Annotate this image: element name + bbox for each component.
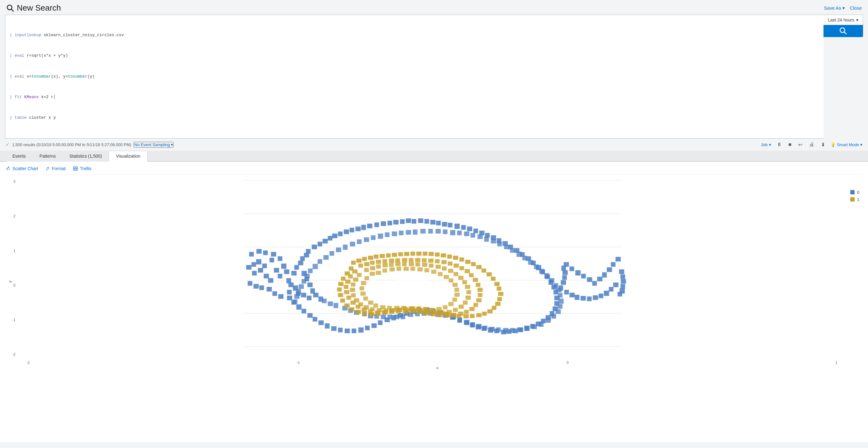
- chevron-down-icon: ▾: [856, 18, 858, 23]
- svg-rect-355: [476, 298, 482, 302]
- svg-rect-281: [410, 251, 415, 256]
- svg-rect-225: [350, 241, 355, 246]
- svg-rect-254: [587, 296, 592, 301]
- svg-rect-175: [464, 320, 469, 324]
- pause-button[interactable]: ⏸: [776, 141, 783, 148]
- svg-rect-342: [422, 258, 427, 262]
- svg-rect-29: [274, 268, 279, 273]
- stop-button[interactable]: ■: [787, 141, 793, 148]
- tab-events[interactable]: Events: [6, 151, 33, 162]
- save-as-button[interactable]: Save As ▾: [824, 5, 845, 11]
- svg-rect-450: [387, 306, 392, 310]
- svg-rect-61: [313, 293, 318, 297]
- svg-rect-391: [422, 263, 428, 267]
- svg-rect-218: [399, 231, 403, 235]
- svg-rect-350: [469, 273, 473, 277]
- svg-rect-207: [477, 234, 483, 239]
- svg-rect-246: [602, 272, 607, 277]
- close-button[interactable]: Close: [850, 5, 862, 10]
- trellis-button[interactable]: Trellis: [73, 166, 92, 171]
- svg-rect-403: [458, 304, 464, 308]
- svg-rect-332: [358, 264, 363, 268]
- svg-rect-299: [497, 297, 502, 301]
- svg-rect-349: [465, 269, 470, 273]
- search-button[interactable]: [824, 25, 863, 37]
- svg-rect-195: [549, 278, 554, 282]
- search-magnifier-icon: [839, 27, 847, 35]
- svg-rect-156: [334, 303, 338, 308]
- svg-rect-395: [448, 269, 453, 273]
- print-button[interactable]: 🖨: [808, 141, 815, 148]
- svg-rect-333: [364, 262, 369, 266]
- chart-area: y 3 2 1 0 -1 -2: [6, 175, 862, 373]
- svg-rect-200: [522, 256, 527, 260]
- svg-rect-230: [317, 259, 322, 264]
- svg-rect-426: [382, 268, 387, 272]
- svg-rect-69: [344, 229, 349, 234]
- svg-rect-301: [492, 306, 496, 310]
- svg-rect-376: [346, 295, 351, 299]
- svg-rect-399: [465, 285, 470, 289]
- svg-rect-63: [312, 244, 317, 249]
- svg-rect-174: [457, 318, 462, 322]
- export-button[interactable]: ⬇: [820, 141, 826, 148]
- svg-rect-154: [322, 298, 327, 303]
- svg-rect-196: [544, 273, 549, 278]
- svg-rect-11: [76, 167, 78, 168]
- svg-rect-238: [293, 299, 297, 304]
- page-title: New Search: [6, 3, 61, 13]
- svg-rect-21: [251, 262, 256, 267]
- no-event-sampling-button[interactable]: No Event Sampling ▾: [133, 142, 174, 148]
- svg-rect-269: [562, 270, 567, 275]
- svg-rect-445: [422, 308, 428, 312]
- svg-rect-300: [495, 302, 500, 306]
- svg-rect-430: [410, 267, 415, 271]
- svg-rect-13: [76, 169, 78, 171]
- svg-rect-71: [355, 227, 361, 231]
- search-input[interactable]: | inputlookup sklearn_cluster_noisy_circ…: [5, 14, 824, 139]
- svg-rect-227: [336, 247, 341, 252]
- svg-rect-187: [546, 318, 551, 323]
- svg-rect-65: [322, 239, 328, 243]
- svg-rect-245: [597, 277, 602, 281]
- svg-rect-241: [575, 270, 581, 275]
- svg-rect-440: [453, 298, 457, 302]
- scatter-chart-button[interactable]: Scatter Chart: [6, 166, 38, 171]
- job-button[interactable]: Job ▾: [761, 142, 771, 147]
- svg-rect-339: [402, 258, 407, 262]
- format-button[interactable]: Format: [45, 166, 65, 171]
- svg-rect-153: [287, 295, 292, 300]
- tab-patterns[interactable]: Patterns: [33, 151, 63, 162]
- svg-rect-75: [381, 221, 386, 226]
- svg-rect-164: [387, 315, 392, 319]
- tab-statistics[interactable]: Statistics (1,500): [63, 151, 108, 162]
- time-range-picker[interactable]: Last 24 hours ▾: [824, 14, 863, 25]
- svg-rect-20: [246, 265, 252, 269]
- smart-mode-button[interactable]: 💡 Smart Mode ▾: [831, 142, 862, 147]
- svg-point-0: [7, 5, 12, 10]
- svg-rect-360: [452, 313, 456, 317]
- svg-rect-429: [403, 267, 409, 271]
- svg-rect-141: [358, 327, 364, 332]
- chart-legend: 0 1: [847, 178, 862, 359]
- svg-rect-447: [408, 306, 414, 310]
- svg-rect-87: [454, 223, 460, 229]
- svg-rect-306: [463, 314, 469, 318]
- svg-rect-44: [272, 291, 277, 296]
- svg-rect-219: [392, 232, 397, 236]
- svg-rect-231: [313, 264, 318, 269]
- svg-rect-179: [489, 327, 495, 331]
- svg-rect-390: [415, 262, 420, 266]
- svg-rect-290: [465, 260, 470, 264]
- svg-rect-421: [350, 288, 355, 292]
- svg-rect-273: [362, 257, 367, 261]
- svg-rect-183: [517, 327, 522, 332]
- svg-rect-402: [463, 300, 468, 304]
- svg-rect-262: [620, 284, 625, 289]
- svg-rect-295: [491, 277, 495, 281]
- tab-visualization[interactable]: Visualization: [108, 151, 147, 162]
- svg-rect-380: [348, 274, 353, 278]
- share-button[interactable]: ↩: [797, 141, 804, 148]
- svg-rect-351: [473, 277, 478, 281]
- svg-rect-213: [436, 229, 441, 233]
